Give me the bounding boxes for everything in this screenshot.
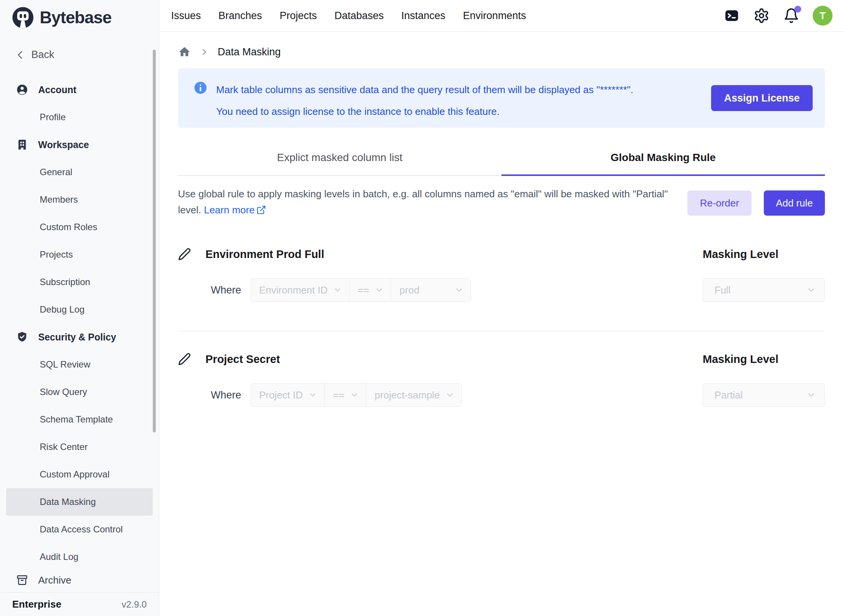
masking-level-select[interactable]: Partial [703,383,825,407]
top-nav-item-databases[interactable]: Databases [335,10,384,22]
rule-title: Project Secret [205,353,280,366]
chevron-down-icon [806,285,816,295]
sidebar-label: Slow Query [40,387,87,397]
top-nav-item-branches[interactable]: Branches [218,10,262,22]
logo-text: Bytebase [40,8,112,27]
sidebar-item-audit-log[interactable]: Audit Log [0,543,159,571]
sidebar-label: Custom Roles [40,222,97,232]
masking-level-label: Masking Level [703,248,825,261]
where-label: Where [211,284,241,296]
condition-group: Environment ID == prod [251,278,471,302]
sidebar-item-slow-query[interactable]: Slow Query [0,378,159,406]
license-banner: Mark table columns as sensitive data and… [178,68,825,128]
top-nav-item-environments[interactable]: Environments [463,10,526,22]
sidebar: Bytebase Back AccountProfileWorkspaceGen… [0,0,159,616]
chevron-down-icon [806,390,816,400]
sidebar-label: Members [40,194,78,205]
condition-field-select[interactable]: Environment ID [251,279,349,302]
masking-rule-environment-prod-full: Environment Prod Full Masking Level Wher… [178,248,825,331]
tab-global-masking-rule[interactable]: Global Masking Rule [501,142,825,175]
sidebar-label: General [40,167,72,177]
rule-title-row: Project Secret Masking Level [178,353,825,366]
condition-operator-value: == [358,284,369,296]
condition-field-value: Environment ID [259,284,328,296]
tab-bar: Explict masked column list Global Maskin… [178,142,825,176]
home-icon[interactable] [178,45,191,58]
sidebar-label: Profile [40,112,66,123]
settings-gear-icon[interactable] [753,7,770,24]
condition-group: Project ID == project-sample [251,383,462,407]
chevron-right-icon [199,47,209,57]
top-bar-right: T [723,6,833,26]
sidebar-footer: Enterprise v2.9.0 [0,592,159,616]
banner-line1: Mark table columns as sensitive data and… [216,79,633,101]
reorder-button[interactable]: Re-order [687,190,752,216]
condition-operator-select[interactable]: == [349,279,391,302]
sidebar-scrollbar-thumb[interactable] [153,50,156,432]
sidebar-item-custom-roles[interactable]: Custom Roles [0,213,159,241]
banner-line2: You need to assign license to the instan… [216,101,633,123]
sidebar-item-members[interactable]: Members [0,186,159,213]
sidebar-nav: AccountProfileWorkspaceGeneralMembersCus… [0,76,159,571]
top-nav: IssuesBranchesProjectsDatabasesInstances… [171,10,526,22]
top-nav-item-issues[interactable]: Issues [171,10,201,22]
sidebar-item-schema-template[interactable]: Schema Template [0,406,159,433]
top-nav-item-projects[interactable]: Projects [280,10,317,22]
condition-value-select[interactable]: prod [391,279,471,302]
sidebar-item-archive[interactable]: Archive [0,568,159,592]
sidebar-label: Workspace [38,139,89,150]
bytebase-logo[interactable]: Bytebase [0,0,159,29]
terminal-icon[interactable] [723,7,740,24]
archive-label: Archive [38,574,71,586]
sidebar-label: Security & Policy [38,332,116,343]
rules-description: Use global rule to apply masking levels … [178,186,686,218]
bytebase-robot-icon [11,6,34,29]
condition-operator-select[interactable]: == [325,384,366,406]
version-label: v2.9.0 [122,599,147,610]
sidebar-label: Audit Log [40,551,78,562]
sidebar-label: Risk Center [40,442,87,452]
learn-more-link[interactable]: Learn more [204,202,266,218]
chevron-down-icon [350,390,359,400]
sidebar-item-data-masking[interactable]: Data Masking [6,488,153,516]
rule-title: Environment Prod Full [205,248,324,261]
condition-field-select[interactable]: Project ID [251,384,325,406]
top-nav-item-instances[interactable]: Instances [401,10,446,22]
banner-text: Mark table columns as sensitive data and… [216,79,633,123]
sidebar-item-projects[interactable]: Projects [0,241,159,268]
avatar[interactable]: T [813,6,833,26]
rule-where-row: Where Environment ID == prod [178,278,825,302]
chevron-down-icon [375,285,384,295]
sidebar-label: Data Masking [40,497,96,507]
sidebar-item-general[interactable]: General [0,158,159,186]
sidebar-section-account[interactable]: Account [0,76,159,103]
assign-license-button[interactable]: Assign License [711,85,813,111]
external-link-icon [256,205,266,215]
sidebar-item-sql-review[interactable]: SQL Review [0,351,159,378]
tab-explict-masked-column-list[interactable]: Explict masked column list [178,142,501,175]
masking-level-select[interactable]: Full [703,278,825,302]
sidebar-item-debug-log[interactable]: Debug Log [0,296,159,323]
sidebar-item-subscription[interactable]: Subscription [0,268,159,296]
sidebar-label: Projects [40,249,73,260]
sidebar-label: Schema Template [40,414,113,425]
sidebar-item-data-access-control[interactable]: Data Access Control [0,516,159,543]
rules-header: Use global rule to apply masking levels … [178,186,825,218]
breadcrumb: Data Masking [178,42,825,61]
rule-divider [178,331,825,331]
sidebar-item-custom-approval[interactable]: Custom Approval [0,461,159,488]
sidebar-item-profile[interactable]: Profile [0,103,159,131]
sidebar-item-risk-center[interactable]: Risk Center [0,433,159,461]
sidebar-section-security-policy[interactable]: Security & Policy [0,323,159,351]
info-icon [193,81,208,95]
sidebar-section-workspace[interactable]: Workspace [0,131,159,158]
sidebar-label: Account [38,84,76,95]
notifications-bell-icon[interactable] [783,7,800,24]
edit-pencil-icon[interactable] [178,353,191,366]
condition-value-select[interactable]: project-sample [366,384,461,406]
sidebar-label: Subscription [40,277,90,287]
masking-rule-project-secret: Project Secret Masking Level Where Proje… [178,353,825,407]
edit-pencil-icon[interactable] [178,248,191,261]
back-button[interactable]: Back [15,49,159,61]
add-rule-button[interactable]: Add rule [764,190,825,216]
